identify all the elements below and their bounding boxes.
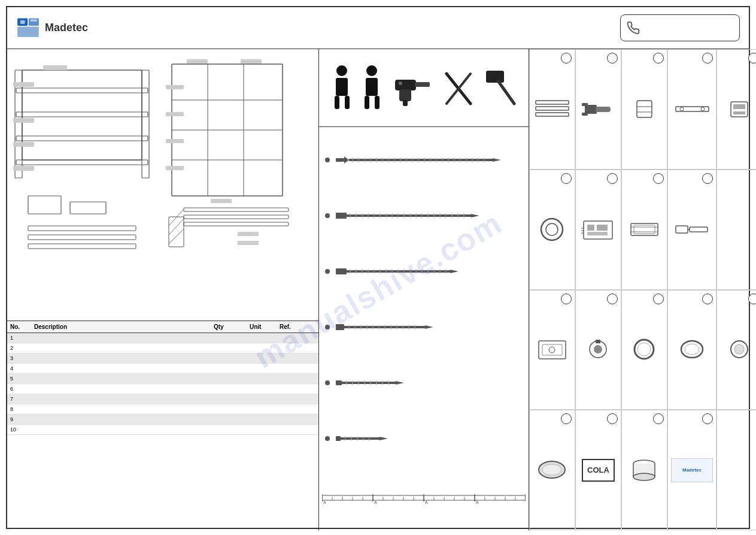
screw-row-2 [322,209,526,222]
svg-rect-214 [587,232,608,235]
svg-marker-64 [344,156,349,164]
svg-rect-226 [542,344,562,355]
svg-rect-6 [16,88,148,93]
svg-rect-197 [596,107,611,112]
qty-circle-D1 [561,413,572,424]
person-icon-2 [359,65,385,111]
qty-circle-A5 [748,53,756,64]
madetec-part-label: Madetec [671,458,713,482]
parts-cell-C1 [529,290,575,410]
diagram-area: No. Description Qty Unit Ref. 1 2 3 4 5 … [7,49,319,530]
parts-list-section: No. Description Qty Unit Ref. 1 2 3 4 5 … [7,321,318,530]
part-img-B2 [579,216,618,243]
svg-marker-89 [493,158,501,162]
svg-point-233 [681,341,703,358]
svg-point-205 [701,107,705,111]
qty-circle-C4 [702,294,713,304]
svg-marker-147 [425,325,433,329]
header-right [620,14,740,41]
svg-rect-159 [336,436,341,441]
part-img-B4 [673,216,712,243]
part-img-B3 [625,216,664,243]
table-row: 7 [7,394,318,404]
svg-rect-3 [20,20,25,24]
qty-circle-C2 [607,294,618,304]
svg-rect-8 [16,136,148,141]
svg-rect-31 [241,59,262,64]
cola-label: COLA [582,459,615,482]
qty-circle-D4 [702,413,713,424]
svg-text:A: A [374,500,377,504]
col-no: No. [10,324,34,330]
svg-rect-223 [690,227,708,232]
part-img-A4 [673,96,712,123]
svg-rect-193 [536,101,569,104]
svg-point-204 [680,107,684,111]
svg-rect-20 [13,142,34,147]
page-border: Madetec manualshive.com [6,6,750,529]
part-img-C4 [673,336,712,363]
qty-circle-A4 [702,53,713,64]
qty-circle-C3 [653,294,664,304]
svg-rect-5 [22,70,142,160]
table-row: 8 [7,404,318,415]
screw-dot-2 [325,213,330,218]
part-img-B1 [533,216,572,243]
svg-text:A: A [425,500,428,504]
svg-point-210 [546,223,558,235]
svg-rect-54 [395,80,416,90]
parts-cell-A1 [529,49,575,170]
screw-dot-6 [325,436,330,441]
screwdriver-icon [441,68,476,108]
svg-rect-9 [16,160,148,165]
parts-cell-D2-cola: COLA [575,410,621,530]
svg-rect-61 [486,71,504,83]
screw-dot-5 [325,380,330,385]
svg-rect-199 [582,113,588,116]
svg-line-62 [498,81,514,104]
part-img-C2 [579,336,618,363]
svg-rect-45 [238,241,259,245]
table-header: No. Description Qty Unit Ref. [7,321,318,333]
svg-rect-48 [335,96,339,109]
part-img-C1 [533,336,572,363]
qty-circle-B3 [653,173,664,184]
svg-point-58 [399,81,402,85]
parts-cell-D3 [621,410,667,530]
people-icons [329,65,385,111]
svg-rect-32 [166,85,184,89]
part-img-D3 [625,457,664,483]
svg-point-234 [685,344,699,355]
svg-point-227 [549,347,555,353]
col-unit: Unit [250,324,280,330]
screws-section: A A A A [319,127,529,530]
svg-rect-16 [28,244,136,249]
svg-rect-113 [336,268,347,274]
svg-line-43 [169,229,184,244]
screw-svg-4 [335,322,442,333]
company-name: Madetec [45,22,88,34]
tools-people-area [319,49,529,127]
svg-point-232 [637,343,651,356]
qty-circle-C5 [748,294,756,304]
svg-rect-196 [585,105,597,114]
svg-rect-18 [13,82,34,87]
qty-circle-D3 [653,413,664,424]
parts-cell-B2 [575,170,621,290]
svg-rect-17 [43,65,67,70]
part-img-C3 [625,336,664,363]
ruler-area: A A A A [322,491,526,504]
svg-rect-55 [415,82,430,87]
parts-cells-grid: COLA Madetec [529,49,756,530]
svg-rect-219 [634,225,655,234]
part-img-A2 [579,96,618,123]
svg-rect-56 [399,89,411,101]
svg-rect-149 [342,382,396,384]
table-row: 9 [7,415,318,425]
svg-rect-212 [587,225,594,231]
screw-dot-3 [325,269,330,274]
svg-rect-30 [187,59,208,64]
svg-rect-44 [238,232,259,236]
table-row: 5 [7,374,318,384]
qty-circle-B4 [702,173,713,184]
